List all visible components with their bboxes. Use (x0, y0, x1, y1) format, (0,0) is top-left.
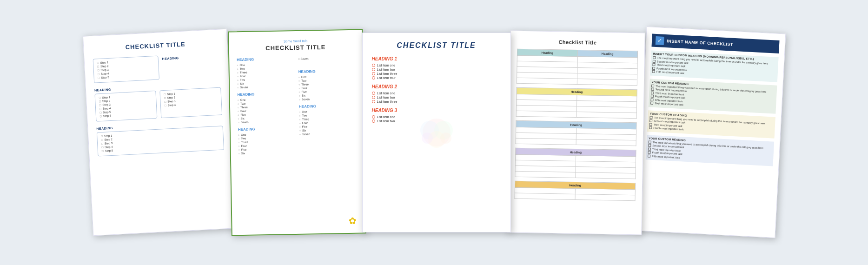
page-3: CHECKLIST TITLE HEADING 1 List item one … (362, 33, 511, 232)
page5-section1: INSERT YOUR CUSTOM HEADING (MORNING/PERS… (650, 51, 778, 82)
sun-icon: ✿ (349, 215, 357, 226)
page3-section1: HEADING 1 List item one List item two Li… (372, 56, 501, 80)
pages-container: CHECKLIST TITLE Step 1 Step 2 Step 3 Ste… (83, 30, 785, 235)
page-2: Some Small Info CHECKLIST TITLE HEADING … (228, 29, 366, 236)
page5-header: ✓ INSERT NAME OF CHECKLIST (651, 34, 779, 53)
page3-title: CHECKLIST TITLE (372, 41, 501, 50)
page4-table1: Heading Heading (516, 48, 637, 86)
page4-table5: Heading (514, 180, 636, 201)
page1-section3: HEADING Step 1 Step 2 Step 3 Step 4 Step… (96, 120, 224, 156)
svg-point-5 (440, 132, 451, 144)
page4-title: Checklist Title (517, 38, 638, 46)
page2-title: CHECKLIST TITLE (236, 43, 354, 52)
page-5: ✓ INSERT NAME OF CHECKLIST INSERT YOUR C… (636, 26, 786, 238)
page1-section2: HEADING Step 1 Step 2 Step 3 Step 4 Step… (94, 82, 222, 121)
page4-table4: Heading (515, 147, 636, 179)
page1-section1: Step 1 Step 2 Step 3 Step 4 Step 5 HEADI… (93, 53, 220, 83)
page3-section3: HEADING 3 List item one List item two (372, 108, 501, 123)
page4-table2: Heading (516, 87, 637, 119)
page5-title: INSERT NAME OF CHECKLIST (666, 39, 733, 46)
page3-section2: HEADING 2 List item one List item two Li… (372, 84, 501, 103)
page5-section3: YOUR CUSTOM HEADING The most important t… (647, 110, 775, 138)
page5-section4: YOUR CUSTOM HEADING The most important t… (645, 135, 774, 166)
page5-section2: YOUR CUSTOM HEADING The most important t… (648, 79, 777, 113)
checkmark-icon: ✓ (655, 36, 664, 45)
svg-point-4 (422, 132, 433, 144)
page1-box1: Step 1 Step 2 Step 3 Step 4 Step 5 (93, 55, 159, 83)
page1-title: CHECKLIST TITLE (92, 39, 219, 53)
page-4: Checklist Title Heading Heading Heading (507, 30, 645, 235)
page4-table3: Heading (515, 120, 636, 146)
page-1: CHECKLIST TITLE Step 1 Step 2 Step 3 Ste… (82, 29, 237, 236)
